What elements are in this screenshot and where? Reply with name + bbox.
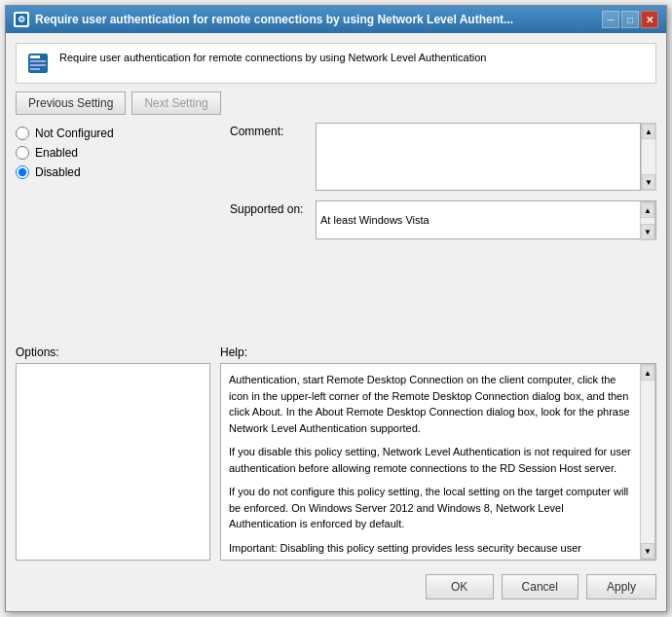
radio-disabled-label: Disabled [35,165,81,179]
close-button[interactable]: ✕ [641,11,658,28]
supported-on-row: Supported on: At least Windows Vista ▲ ▼ [230,200,656,239]
main-window: ⚙ Require user authentication for remote… [5,5,667,612]
comment-scrollbar[interactable]: ▲ ▼ [641,123,656,191]
supported-on-box: At least Windows Vista ▲ ▼ [316,200,656,239]
ok-button[interactable]: OK [426,574,494,599]
comment-scroll-up[interactable]: ▲ [642,124,655,139]
policy-icon [26,52,50,75]
help-p1: Authentication, start Remote Desktop Con… [229,372,632,436]
window-title: Require user authentication for remote c… [35,13,602,26]
header-section: Require user authentication for remote c… [16,43,656,84]
bottom-panels: Options: Help: Authentication, start Rem… [16,345,656,561]
help-box: Authentication, start Remote Desktop Con… [220,363,656,561]
help-scroll-track [641,381,654,543]
title-bar: ⚙ Require user authentication for remote… [6,6,666,33]
help-scroll-down[interactable]: ▼ [641,543,654,559]
supported-scroll-down[interactable]: ▼ [641,224,654,239]
options-box [16,363,210,561]
help-text-content: Authentication, start Remote Desktop Con… [221,364,640,560]
supported-scroll-up[interactable]: ▲ [641,202,654,218]
comment-field-row: Comment: ▲ ▼ [230,123,656,191]
help-panel: Help: Authentication, start Remote Deskt… [220,345,656,561]
radio-not-configured[interactable]: Not Configured [16,127,220,140]
toolbar: Previous Setting Next Setting [16,91,656,115]
radio-enabled-label: Enabled [35,146,78,160]
cancel-button[interactable]: Cancel [502,574,579,599]
maximize-button[interactable]: □ [621,11,639,28]
comment-label: Comment: [230,123,308,138]
help-label: Help: [220,345,656,359]
radio-group: Not Configured Enabled Disabled [16,123,220,183]
help-scrollbar[interactable]: ▲ ▼ [640,364,655,560]
svg-rect-6 [30,68,40,70]
supported-scrollbar[interactable]: ▲ ▼ [640,201,655,240]
svg-rect-4 [30,60,46,62]
options-label: Options: [16,345,210,359]
comment-textarea-wrap: ▲ ▼ [316,123,656,191]
next-setting-button[interactable]: Next Setting [131,91,220,115]
help-p3: If you do not configure this policy sett… [229,484,632,532]
footer-buttons: OK Cancel Apply [16,568,656,601]
radio-enabled[interactable]: Enabled [16,146,220,160]
previous-setting-button[interactable]: Previous Setting [16,91,126,115]
radio-not-configured-input[interactable] [16,127,29,140]
apply-button[interactable]: Apply [586,574,656,599]
svg-rect-5 [30,64,46,66]
svg-rect-3 [30,55,40,58]
left-panel: Not Configured Enabled Disabled [16,123,220,338]
minimize-button[interactable]: ─ [602,11,619,28]
options-panel: Options: [16,345,210,561]
title-controls: ─ □ ✕ [602,11,658,28]
help-p4: Important: Disabling this policy setting… [229,540,632,561]
svg-text:⚙: ⚙ [18,15,25,24]
window-icon: ⚙ [14,12,29,27]
radio-not-configured-label: Not Configured [35,127,114,140]
right-settings: Comment: ▲ ▼ Supported on: At least [230,123,656,338]
header-description: Require user authentication for remote c… [59,52,486,63]
comment-scroll-track [642,139,655,174]
content-area: Require user authentication for remote c… [6,33,666,611]
comment-textarea[interactable] [316,123,641,191]
main-body: Not Configured Enabled Disabled Comm [16,123,656,338]
comment-scroll-down[interactable]: ▼ [642,174,655,190]
supported-on-value: At least Windows Vista [317,201,640,238]
radio-enabled-input[interactable] [16,146,29,160]
help-scroll-up[interactable]: ▲ [641,365,654,381]
radio-disabled[interactable]: Disabled [16,165,220,179]
supported-on-label: Supported on: [230,200,308,216]
help-p2: If you disable this policy setting, Netw… [229,444,632,476]
radio-disabled-input[interactable] [16,165,29,179]
